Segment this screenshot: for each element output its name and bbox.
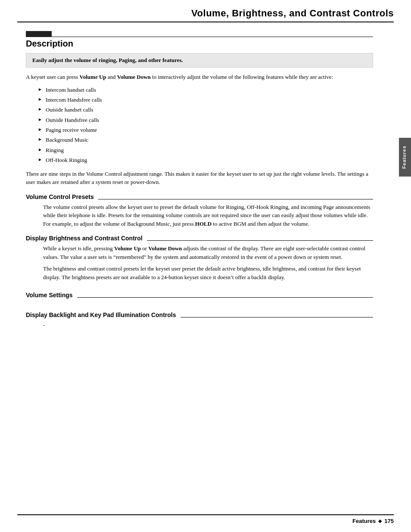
list-item: Paging receive volume xyxy=(39,125,373,135)
footer-label: Features xyxy=(352,518,376,524)
list-item: Off-Hook Ringing xyxy=(39,155,373,165)
volume-control-presets-text: The volume control presets allow the key… xyxy=(43,203,373,228)
page-title: Volume, Brightness, and Contrast Control… xyxy=(191,8,394,19)
bullet-list: Intercom handset calls Intercom Handsfre… xyxy=(26,85,373,165)
section-accent-bar xyxy=(26,31,52,37)
volume-settings-section: Volume Settings xyxy=(26,292,373,299)
volume-control-presets-section: Volume Control Presets The volume contro… xyxy=(26,193,373,228)
subsection-rule-4 xyxy=(181,317,373,317)
subsection-rule xyxy=(98,199,373,199)
list-item: Intercom Handsfree calls xyxy=(39,95,373,105)
display-brightness-section: Display Brightness and Contrast Control … xyxy=(26,235,373,281)
footer-diamond: ◆ xyxy=(378,518,382,524)
volume-control-presets-title: Volume Control Presets xyxy=(26,193,98,200)
list-item: Ringing xyxy=(39,145,373,155)
display-backlight-section: Display Backlight and Key Pad Illuminati… xyxy=(26,311,373,330)
main-content: Description Easily adjust the volume of … xyxy=(0,22,399,342)
display-brightness-title: Display Brightness and Contrast Control xyxy=(26,235,147,242)
subsection-rule-2 xyxy=(147,240,373,241)
page-header: Volume, Brightness, and Contrast Control… xyxy=(0,0,411,19)
list-item: Outside handset calls xyxy=(39,105,373,115)
volume-settings-title: Volume Settings xyxy=(26,292,77,299)
side-tab: Features xyxy=(399,138,411,177)
after-bullets-text: There are nine steps in the Volume Contr… xyxy=(26,170,373,187)
highlight-text: Easily adjust the volume of ringing, Pag… xyxy=(32,57,183,63)
description-heading: Description xyxy=(26,39,373,49)
subsection-rule-3 xyxy=(77,297,373,298)
display-backlight-dash: - xyxy=(43,321,373,330)
display-backlight-title: Display Backlight and Key Pad Illuminati… xyxy=(26,311,181,318)
list-item: Outside Handsfree calls xyxy=(39,115,373,125)
list-item: Background Music xyxy=(39,135,373,145)
intro-paragraph: A keyset user can press Volume Up and Vo… xyxy=(26,73,373,81)
highlight-box: Easily adjust the volume of ringing, Pag… xyxy=(26,53,373,68)
display-brightness-text2: The brightness and contrast control pres… xyxy=(43,264,373,281)
footer-page: 175 xyxy=(384,518,394,524)
page-container: Features Volume, Brightness, and Contras… xyxy=(0,0,411,532)
list-item: Intercom handset calls xyxy=(39,85,373,95)
page-footer: Features ◆ 175 xyxy=(17,514,394,524)
display-brightness-text1: While a keyset is idle, pressing Volume … xyxy=(43,244,373,261)
